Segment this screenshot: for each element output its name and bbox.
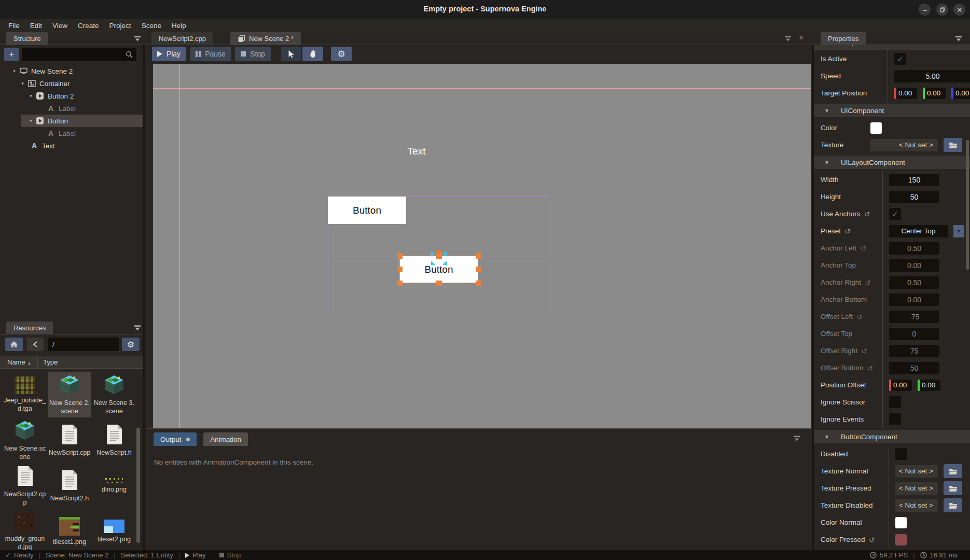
tab-resources[interactable]: Resources — [6, 321, 53, 334]
ignore-events-checkbox[interactable] — [889, 413, 901, 425]
file-item-new-scene-3-scene[interactable]: New Scene 3.scene — [92, 372, 136, 417]
tree-item-button-2[interactable]: ▾Button 2 — [0, 90, 143, 102]
menu-help[interactable]: Help — [167, 20, 191, 32]
tree-item-text[interactable]: AText — [0, 139, 143, 152]
maximize-button[interactable] — [936, 4, 948, 16]
status-stop-icon[interactable] — [219, 553, 224, 557]
width-input[interactable]: 150 — [889, 174, 939, 186]
position-offset-component-0-input[interactable]: 0.00 — [889, 380, 912, 391]
properties-scrollbar[interactable] — [966, 140, 969, 270]
search-input[interactable] — [22, 48, 126, 61]
color-swatch[interactable] — [870, 122, 882, 134]
file-item-tileset2-png[interactable]: tileset2.png — [92, 509, 136, 550]
target-position-component-1-input[interactable]: 0.00 — [923, 88, 946, 99]
file-item-newscript-cpp[interactable]: NewScript.cpp — [48, 417, 91, 463]
offset-right-input[interactable]: 75 — [889, 345, 939, 357]
offset-left-input[interactable]: -75 — [889, 311, 939, 323]
texture-pressed-browse-button[interactable] — [944, 481, 962, 495]
section-expander-icon[interactable]: ▼ — [824, 434, 841, 440]
selection-handle[interactable] — [397, 281, 403, 286]
selection-handle[interactable] — [397, 267, 403, 272]
close-button[interactable] — [953, 4, 965, 16]
reset-icon[interactable]: ↺ — [844, 228, 851, 235]
texture-normal-browse-button[interactable] — [944, 464, 962, 478]
pan-tool-button[interactable] — [302, 47, 323, 61]
selection-handle[interactable] — [436, 281, 442, 286]
offset-top-input[interactable]: 0 — [889, 328, 939, 340]
section-expander-icon[interactable]: ▼ — [824, 108, 841, 114]
file-item-jeep-outside-d-tga[interactable]: Jeep_outside_d.tga — [3, 372, 47, 417]
anchor-left-input[interactable]: 0.50 — [889, 242, 939, 255]
offset-bottom-input[interactable]: 50 — [889, 362, 939, 374]
tree-item-new-scene-2[interactable]: ▾New Scene 2 — [0, 65, 143, 77]
reset-icon[interactable]: ↺ — [860, 245, 866, 252]
dropdown-arrow-icon[interactable]: ▼ — [953, 225, 964, 237]
height-input[interactable]: 50 — [889, 191, 939, 203]
menu-scene[interactable]: Scene — [136, 20, 167, 32]
menu-edit[interactable]: Edit — [25, 20, 47, 32]
target-position-component-2-input[interactable]: 0.00 — [951, 88, 970, 99]
expander-arrow-icon[interactable]: ▾ — [10, 68, 18, 74]
color-pressed-swatch[interactable] — [895, 534, 907, 545]
file-item-new-scene-scene[interactable]: New Scene.scene — [3, 417, 47, 463]
selection-handle[interactable] — [476, 267, 481, 272]
anchor-bottom-input[interactable]: 0.00 — [889, 293, 939, 306]
tree-item-container[interactable]: ▾Container — [0, 77, 143, 90]
column-name[interactable]: Name ▴ — [0, 358, 35, 366]
file-item-newscript2-cpp[interactable]: NewScript2.cpp — [3, 463, 47, 509]
reset-icon[interactable]: ↺ — [864, 211, 870, 218]
tab-output[interactable]: Output — [154, 432, 197, 446]
selection-handle[interactable] — [476, 281, 481, 286]
target-position-component-0-input[interactable]: 0.00 — [894, 88, 917, 99]
section-expander-icon[interactable]: ▼ — [824, 160, 841, 165]
tree-item-label[interactable]: ALabel — [0, 102, 143, 115]
resources-scrollbar[interactable] — [136, 428, 140, 543]
column-type[interactable]: Type — [38, 358, 58, 366]
texture-pressed-value[interactable]: < Not set > — [895, 482, 938, 495]
ignore-scissor-checkbox[interactable] — [889, 396, 901, 408]
texture-value[interactable]: < Not set > — [870, 139, 938, 151]
selection-handle[interactable] — [397, 253, 403, 259]
file-item-tileset1-png[interactable]: tileset1.png — [48, 509, 91, 550]
file-item-newscript-h[interactable]: NewScript.h — [92, 417, 136, 463]
menu-project[interactable]: Project — [104, 20, 136, 32]
expander-arrow-icon[interactable]: ▾ — [27, 93, 35, 99]
reset-icon[interactable]: ↺ — [856, 313, 863, 320]
structure-filter-icon[interactable] — [134, 35, 141, 42]
tab-newscript2-cpp[interactable]: NewScript2.cpp — [151, 32, 213, 45]
pause-button[interactable]: Pause — [190, 47, 231, 61]
move-gizmo-icon[interactable] — [429, 251, 448, 268]
texture-browse-button[interactable] — [944, 138, 962, 152]
reset-icon[interactable]: ↺ — [867, 365, 873, 372]
position-offset-component-1-input[interactable]: 0.00 — [918, 380, 940, 391]
resources-settings-button[interactable]: ⚙ — [122, 338, 140, 351]
selection-handle[interactable] — [476, 253, 481, 259]
texture-disabled-value[interactable]: < Not set > — [895, 499, 938, 512]
output-filter-icon[interactable] — [793, 435, 800, 442]
properties-filter-icon[interactable] — [955, 35, 962, 42]
editor-filter-icon[interactable] — [784, 35, 792, 42]
stop-button[interactable]: Stop — [235, 47, 271, 61]
editor-close-icon[interactable]: × — [799, 34, 803, 42]
status-play-icon[interactable] — [185, 553, 189, 558]
viewport-settings-button[interactable]: ⚙ — [331, 47, 352, 61]
color-normal-swatch[interactable] — [895, 517, 907, 528]
section-uicomponent[interactable]: ▼UIComponent — [814, 104, 970, 117]
file-item-newscript2-h[interactable]: NewScript2.h — [48, 463, 91, 509]
expander-arrow-icon[interactable]: ▾ — [19, 81, 26, 86]
status-play-label[interactable]: Play — [192, 551, 205, 559]
tab-animation[interactable]: Animation — [203, 432, 248, 446]
tab-new-scene-2[interactable]: New Scene 2 * — [230, 32, 301, 45]
anchor-right-input[interactable]: 0.50 — [889, 276, 939, 289]
tree-item-button[interactable]: ▾Button — [0, 115, 143, 127]
status-stop-label[interactable]: Stop — [227, 551, 241, 559]
reset-icon[interactable]: ↺ — [869, 536, 875, 543]
section-buttoncomponent[interactable]: ▼ButtonComponent — [814, 430, 970, 443]
is-active-checkbox[interactable]: ✓ — [894, 53, 906, 65]
path-input[interactable] — [48, 338, 119, 351]
texture-normal-value[interactable]: < Not set > — [895, 465, 938, 478]
play-button[interactable]: Play — [152, 47, 186, 61]
disabled-checkbox[interactable] — [895, 448, 907, 460]
expander-arrow-icon[interactable]: ▾ — [27, 118, 35, 123]
file-item-new-scene-2-scene[interactable]: New Scene 2.scene — [48, 372, 91, 417]
